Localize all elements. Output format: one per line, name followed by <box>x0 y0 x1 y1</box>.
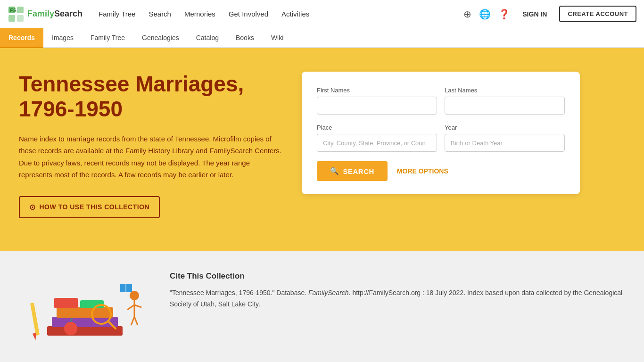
nav-family-tree[interactable]: Family Tree <box>94 6 140 22</box>
nav-right: ⊕ 🌐 ❓ SIGN IN CREATE ACCOUNT <box>463 6 636 22</box>
top-navigation: FS FamilySearch Family Tree Search Memor… <box>0 0 644 28</box>
nav-activities[interactable]: Activities <box>277 6 314 22</box>
search-place-year-row: Place Year <box>317 124 565 152</box>
cite-title: Cite This Collection <box>170 272 625 281</box>
more-options-link[interactable]: MORE OPTIONS <box>397 167 448 175</box>
svg-rect-1 <box>17 7 24 13</box>
sub-navigation: Records Images Family Tree Genealogies C… <box>0 28 644 48</box>
help-icon[interactable]: ❓ <box>498 8 510 20</box>
nav-get-involved[interactable]: Get Involved <box>224 6 273 22</box>
familysearch-logo-icon: FS <box>8 6 25 23</box>
search-btn-label: SEARCH <box>343 167 374 175</box>
tab-books[interactable]: Books <box>227 28 263 48</box>
place-label: Place <box>317 124 437 131</box>
svg-rect-8 <box>54 298 78 308</box>
tab-records[interactable]: Records <box>0 28 43 48</box>
svg-line-16 <box>127 305 134 310</box>
hero-content: Tennessee Marriages, 1796-1950 Name inde… <box>19 72 302 218</box>
search-name-row: First Names Last Names <box>317 87 565 115</box>
sign-in-button[interactable]: SIGN IN <box>518 8 552 21</box>
first-names-field: First Names <box>317 87 437 115</box>
tab-wiki[interactable]: Wiki <box>263 28 292 48</box>
place-field: Place <box>317 124 437 152</box>
hero-section: Tennessee Marriages, 1796-1950 Name inde… <box>0 48 644 251</box>
tab-images[interactable]: Images <box>43 28 82 48</box>
svg-rect-2 <box>8 15 15 22</box>
logo-text: FamilySearch <box>27 9 83 19</box>
last-names-field: Last Names <box>445 87 565 115</box>
library-illustration <box>19 270 151 354</box>
cite-text-part1: "Tennessee Marriages, 1796-1950." Databa… <box>170 289 308 296</box>
cite-section: Cite This Collection "Tennessee Marriage… <box>170 270 625 354</box>
svg-point-10 <box>64 322 77 335</box>
cite-text: "Tennessee Marriages, 1796-1950." Databa… <box>170 288 625 310</box>
last-names-input[interactable] <box>445 97 565 115</box>
cite-italics: FamilySearch <box>308 289 349 296</box>
year-field: Year <box>445 124 565 152</box>
create-account-button[interactable]: CREATE ACCOUNT <box>559 6 636 22</box>
how-to-use-button[interactable]: ⊙ HOW TO USE THIS COLLECTION <box>19 196 160 218</box>
svg-rect-5 <box>47 326 123 336</box>
search-actions: 🔍 SEARCH MORE OPTIONS <box>317 161 565 181</box>
nav-search[interactable]: Search <box>144 6 176 22</box>
how-to-btn-label: HOW TO USE THIS COLLECTION <box>40 203 150 211</box>
info-circle-icon: ⊙ <box>29 203 36 212</box>
svg-line-18 <box>131 317 134 325</box>
search-box: First Names Last Names Place Year 🔍 SEAR… <box>302 72 580 194</box>
svg-rect-3 <box>17 15 24 22</box>
svg-line-19 <box>134 317 138 325</box>
last-names-label: Last Names <box>445 87 565 94</box>
svg-rect-7 <box>57 307 113 318</box>
location-icon[interactable]: ⊕ <box>463 8 471 20</box>
year-input[interactable] <box>445 134 565 152</box>
place-input[interactable] <box>317 134 437 152</box>
svg-line-17 <box>134 305 141 307</box>
illustration-area <box>19 270 151 354</box>
bottom-section: Cite This Collection "Tennessee Marriage… <box>0 251 644 362</box>
first-names-label: First Names <box>317 87 437 94</box>
year-label: Year <box>445 124 565 131</box>
tab-catalog[interactable]: Catalog <box>188 28 227 48</box>
tab-genealogies[interactable]: Genealogies <box>133 28 188 48</box>
search-button[interactable]: 🔍 SEARCH <box>317 161 388 181</box>
logo-link[interactable]: FS FamilySearch <box>8 6 83 23</box>
language-icon[interactable]: 🌐 <box>479 8 491 20</box>
svg-text:FS: FS <box>10 8 17 13</box>
tab-family-tree[interactable]: Family Tree <box>82 28 133 48</box>
first-names-input[interactable] <box>317 97 437 115</box>
search-icon: 🔍 <box>330 167 339 175</box>
svg-rect-20 <box>30 303 40 336</box>
hero-description: Name index to marriage records from the … <box>19 133 283 181</box>
main-nav: Family Tree Search Memories Get Involved… <box>94 6 463 22</box>
nav-memories[interactable]: Memories <box>180 6 220 22</box>
page-title: Tennessee Marriages, 1796-1950 <box>19 72 283 122</box>
